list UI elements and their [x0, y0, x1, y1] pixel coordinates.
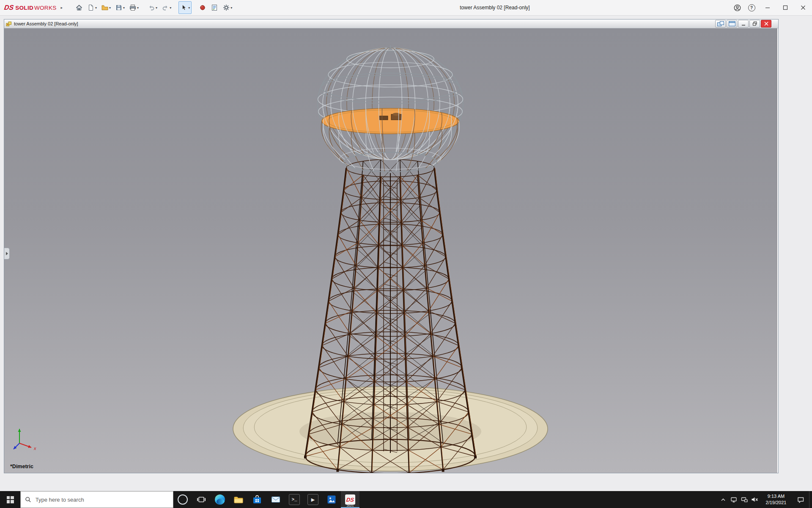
redo-icon [162, 4, 169, 11]
tower-3d-model[interactable]: x [4, 28, 777, 473]
maximize-icon [783, 5, 788, 10]
undo-button[interactable]: ▾ [146, 1, 159, 14]
properties-form-icon [211, 4, 218, 11]
taskbar-app-edge[interactable] [211, 491, 229, 508]
action-center-icon [797, 496, 804, 503]
document-titlebar[interactable]: tower Assembly 02 [Read-only] [4, 19, 778, 28]
hidden-icons-button[interactable] [718, 491, 728, 508]
new-window-button[interactable] [727, 20, 737, 28]
dropdown-caret-icon[interactable]: ▾ [137, 6, 139, 10]
new-window-icon [729, 21, 735, 26]
new-document-button[interactable]: ▾ [85, 1, 99, 14]
svg-text:x: x [33, 446, 36, 451]
open-folder-icon [101, 4, 109, 11]
print-icon [129, 4, 137, 11]
display-tray-button[interactable] [728, 491, 739, 508]
solidworks-mark: DS [346, 497, 354, 503]
dropdown-caret-icon[interactable]: ▾ [95, 6, 97, 10]
help-button[interactable]: ? [744, 0, 759, 15]
minimize-icon [765, 5, 770, 10]
graphics-viewport[interactable]: x *Dimetric [4, 28, 777, 473]
save-button[interactable]: ▾ [113, 1, 126, 14]
home-button[interactable] [74, 1, 85, 14]
network-tray-button[interactable] [739, 491, 749, 508]
terminal-prompt-glyph: >_ [291, 497, 297, 502]
windows-logo-icon [7, 496, 14, 503]
doc-close-icon [764, 22, 769, 26]
open-document-button[interactable]: ▾ [99, 1, 112, 14]
show-desktop-button[interactable] [809, 491, 812, 508]
tile-windows-button[interactable] [715, 20, 726, 28]
new-document-icon [87, 4, 95, 11]
task-view-button[interactable] [192, 491, 211, 508]
taskbar-app-file-explorer[interactable] [229, 491, 248, 508]
expand-arrow-icon [6, 252, 8, 255]
properties-button[interactable] [209, 1, 220, 14]
taskbar-app-solidworks[interactable]: DS 2021 [341, 491, 359, 508]
system-tray: 9:13 AM 2/19/2021 [718, 491, 812, 508]
taskbar-app-terminal[interactable]: >_ [285, 491, 304, 508]
brand-works-text: WORKS [34, 5, 57, 11]
doc-close-button[interactable] [761, 20, 771, 28]
brand-solid-text: SOLID [15, 5, 33, 11]
taskbar-app-photos[interactable] [322, 491, 341, 508]
taskbar-app-store[interactable] [248, 491, 266, 508]
select-arrow-button[interactable]: ▾ [178, 1, 192, 14]
options-button[interactable]: ▾ [221, 1, 234, 14]
ds-logo-mark: DS [4, 4, 14, 11]
dropdown-caret-icon[interactable]: ▾ [156, 6, 157, 10]
doc-restore-icon [752, 21, 758, 26]
document-window-controls [715, 20, 771, 28]
network-icon [741, 497, 748, 503]
dropdown-caret-icon[interactable]: ▾ [230, 6, 232, 10]
minimize-button[interactable] [759, 0, 776, 15]
close-button[interactable] [794, 0, 812, 15]
assembly-document-icon [6, 21, 12, 27]
volume-muted-icon [751, 497, 758, 502]
solidworks-logo: DS SOLID WORKS ▸ [0, 4, 63, 11]
play-glyph: ▶ [311, 497, 315, 502]
doc-minimize-icon [741, 21, 746, 26]
redo-button[interactable]: ▾ [160, 1, 173, 14]
search-icon [25, 496, 31, 503]
sphere-tool-button[interactable] [197, 1, 208, 14]
doc-minimize-button[interactable] [738, 20, 749, 28]
doc-restore-button[interactable] [749, 20, 760, 28]
solidworks-year-badge: 2021 [347, 504, 354, 508]
taskbar-search[interactable] [20, 491, 173, 508]
windows-taskbar: >_ ▶ DS 2021 9:13 AM 2/19/2021 [0, 491, 812, 508]
dropdown-caret-icon[interactable]: ▾ [109, 6, 111, 10]
search-input[interactable] [35, 496, 169, 503]
menu-flyout-arrow-icon[interactable]: ▸ [61, 6, 63, 10]
taskbar-app-media-player[interactable]: ▶ [304, 491, 322, 508]
solidworks-app-icon: DS [345, 494, 355, 505]
document-title: tower Assembly 02 [Read-only] [14, 21, 78, 26]
file-explorer-icon [233, 494, 244, 505]
start-button[interactable] [0, 491, 20, 508]
undo-icon [148, 4, 155, 11]
home-icon [75, 4, 83, 11]
clock-date: 2/19/2021 [760, 500, 792, 506]
cortana-button[interactable] [173, 491, 192, 508]
maximize-button[interactable] [776, 0, 794, 15]
dropdown-caret-icon[interactable]: ▾ [123, 6, 125, 10]
mail-icon [271, 494, 281, 505]
volume-tray-button[interactable] [749, 491, 760, 508]
select-cursor-icon [180, 4, 188, 11]
clock-time: 9:13 AM [760, 493, 792, 500]
dropdown-caret-icon[interactable]: ▾ [188, 6, 190, 10]
account-button[interactable] [730, 0, 744, 15]
taskbar-clock[interactable]: 9:13 AM 2/19/2021 [760, 491, 792, 508]
app-titlebar: DS SOLID WORKS ▸ ▾ ▾ ▾ ▾ ▾ [0, 0, 812, 16]
window-title: tower Assembly 02 [Read-only] [262, 0, 727, 15]
red-sphere-icon [199, 4, 206, 11]
photos-icon [326, 494, 337, 505]
print-button[interactable]: ▾ [127, 1, 140, 14]
view-orientation-label: *Dimetric [10, 464, 33, 469]
dropdown-caret-icon[interactable]: ▾ [170, 6, 171, 10]
cortana-icon [178, 494, 188, 505]
account-person-icon [733, 4, 741, 12]
action-center-button[interactable] [792, 491, 809, 508]
taskbar-app-mail[interactable] [266, 491, 285, 508]
feature-manager-collapse-tab[interactable] [4, 248, 10, 260]
